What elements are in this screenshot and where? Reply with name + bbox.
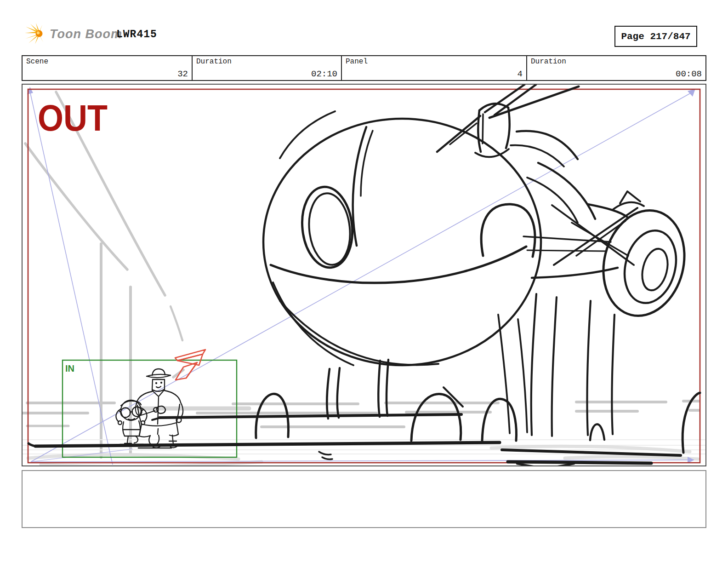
panel-duration-label: Duration	[531, 57, 566, 66]
storyboard-export-page: Toon Boom LWR415 Page 217/847 Scene 32 D…	[0, 0, 728, 563]
project-title: LWR415	[116, 29, 157, 40]
panel-info-bar: Scene 32 Duration 02:10 Panel 4 Duration…	[22, 55, 706, 81]
info-cell-scene: Scene 32	[23, 56, 192, 80]
info-cell-scene-duration: Duration 02:10	[192, 56, 341, 80]
out-label: OUT	[38, 98, 108, 138]
helicopter-rear-struts	[498, 294, 614, 436]
in-label: IN	[65, 363, 74, 373]
toonboom-logo: Toon Boom	[25, 23, 122, 45]
helicopter-front-struts	[256, 360, 700, 453]
page-number-box: Page 217/847	[614, 26, 697, 47]
helicopter-tail-boom	[523, 163, 637, 278]
helicopter-window-right	[481, 204, 535, 257]
storyboard-sketch: IN	[23, 85, 705, 465]
caption-box	[22, 470, 706, 528]
scene-duration-label: Duration	[196, 57, 232, 66]
helicopter-window-left	[298, 184, 356, 270]
paper-plane-sketch	[175, 350, 205, 380]
panel-label: Panel	[346, 57, 368, 66]
helicopter-tail-rotor	[592, 191, 695, 324]
panel-value: 4	[518, 69, 523, 79]
toonboom-sunburst-icon	[25, 23, 46, 45]
info-cell-panel-duration: Duration 00:08	[526, 56, 705, 80]
scene-duration-value: 02:10	[311, 69, 337, 79]
panel-duration-value: 00:08	[676, 69, 702, 79]
storyboard-drawing-panel: IN	[22, 84, 706, 466]
scene-value: 32	[177, 69, 188, 79]
toonboom-logo-text: Toon Boom	[50, 27, 122, 41]
helicopter-rotor	[437, 85, 579, 157]
info-cell-panel: Panel 4	[341, 56, 526, 80]
scene-label: Scene	[26, 57, 48, 66]
